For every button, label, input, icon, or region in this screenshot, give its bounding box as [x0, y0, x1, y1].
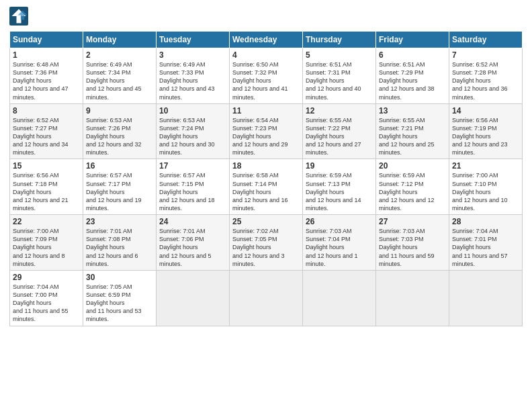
calendar-cell	[230, 270, 303, 326]
header	[9, 7, 523, 26]
calendar-cell: 9 Sunrise: 6:53 AMSunset: 7:26 PMDayligh…	[83, 103, 157, 159]
calendar-cell: 25 Sunrise: 7:02 AMSunset: 7:05 PMDaylig…	[230, 215, 303, 271]
calendar-cell: 29 Sunrise: 7:04 AMSunset: 7:00 PMDaylig…	[10, 270, 83, 326]
day-number: 10	[159, 106, 226, 116]
calendar-cell: 6 Sunrise: 6:51 AMSunset: 7:29 PMDayligh…	[376, 48, 449, 104]
calendar-cell	[303, 270, 376, 326]
weekday-header: Tuesday	[157, 32, 230, 48]
calendar-cell: 24 Sunrise: 7:01 AMSunset: 7:06 PMDaylig…	[157, 215, 230, 271]
calendar-cell: 26 Sunrise: 7:03 AMSunset: 7:04 PMDaylig…	[303, 215, 376, 271]
day-info: Sunrise: 6:55 AMSunset: 7:21 PMDaylight …	[379, 116, 446, 157]
day-number: 20	[379, 161, 446, 171]
calendar-header-row: SundayMondayTuesdayWednesdayThursdayFrid…	[10, 32, 523, 48]
day-number: 30	[86, 273, 153, 282]
calendar-page: SundayMondayTuesdayWednesdayThursdayFrid…	[0, 0, 532, 411]
day-info: Sunrise: 7:05 AMSunset: 6:59 PMDaylight …	[86, 283, 153, 324]
calendar-row: 22 Sunrise: 7:00 AMSunset: 7:09 PMDaylig…	[10, 215, 523, 271]
day-number: 19	[306, 161, 373, 171]
weekday-header: Friday	[376, 32, 449, 48]
calendar-cell: 4 Sunrise: 6:50 AMSunset: 7:32 PMDayligh…	[230, 48, 303, 104]
weekday-header: Wednesday	[230, 32, 303, 48]
calendar-cell: 3 Sunrise: 6:49 AMSunset: 7:33 PMDayligh…	[157, 48, 230, 104]
day-info: Sunrise: 7:03 AMSunset: 7:04 PMDaylight …	[306, 227, 373, 268]
calendar-cell: 20 Sunrise: 6:59 AMSunset: 7:12 PMDaylig…	[376, 159, 449, 215]
weekday-header: Monday	[83, 32, 157, 48]
calendar-cell	[157, 270, 230, 326]
calendar-cell: 16 Sunrise: 6:57 AMSunset: 7:17 PMDaylig…	[83, 159, 157, 215]
day-info: Sunrise: 6:57 AMSunset: 7:17 PMDaylight …	[86, 171, 153, 212]
calendar-cell: 5 Sunrise: 6:51 AMSunset: 7:31 PMDayligh…	[303, 48, 376, 104]
calendar-cell: 23 Sunrise: 7:01 AMSunset: 7:08 PMDaylig…	[83, 215, 157, 271]
day-info: Sunrise: 7:01 AMSunset: 7:08 PMDaylight …	[86, 227, 153, 268]
day-info: Sunrise: 6:52 AMSunset: 7:28 PMDaylight …	[452, 60, 519, 101]
day-info: Sunrise: 6:53 AMSunset: 7:24 PMDaylight …	[159, 116, 226, 157]
day-number: 18	[232, 161, 300, 171]
day-info: Sunrise: 6:59 AMSunset: 7:13 PMDaylight …	[306, 171, 373, 212]
day-number: 8	[13, 106, 80, 116]
calendar-cell	[376, 270, 449, 326]
day-number: 11	[232, 106, 300, 116]
day-number: 16	[86, 161, 153, 171]
day-info: Sunrise: 6:49 AMSunset: 7:34 PMDaylight …	[86, 60, 153, 101]
calendar-cell: 27 Sunrise: 7:03 AMSunset: 7:03 PMDaylig…	[376, 215, 449, 271]
day-info: Sunrise: 7:01 AMSunset: 7:06 PMDaylight …	[159, 227, 226, 268]
calendar-row: 8 Sunrise: 6:52 AMSunset: 7:27 PMDayligh…	[10, 103, 523, 159]
day-info: Sunrise: 7:04 AMSunset: 7:00 PMDaylight …	[13, 283, 80, 324]
calendar-row: 29 Sunrise: 7:04 AMSunset: 7:00 PMDaylig…	[10, 270, 523, 326]
day-info: Sunrise: 6:48 AMSunset: 7:36 PMDaylight …	[13, 60, 80, 101]
day-number: 27	[379, 217, 446, 226]
day-info: Sunrise: 7:04 AMSunset: 7:01 PMDaylight …	[452, 227, 519, 268]
day-number: 2	[86, 50, 153, 60]
day-info: Sunrise: 6:51 AMSunset: 7:31 PMDaylight …	[306, 60, 373, 101]
logo-icon	[9, 7, 28, 26]
calendar-cell: 8 Sunrise: 6:52 AMSunset: 7:27 PMDayligh…	[10, 103, 83, 159]
calendar-cell: 19 Sunrise: 6:59 AMSunset: 7:13 PMDaylig…	[303, 159, 376, 215]
calendar-cell: 7 Sunrise: 6:52 AMSunset: 7:28 PMDayligh…	[449, 48, 523, 104]
day-number: 25	[232, 217, 300, 226]
day-info: Sunrise: 6:52 AMSunset: 7:27 PMDaylight …	[13, 116, 80, 157]
day-info: Sunrise: 6:57 AMSunset: 7:15 PMDaylight …	[159, 171, 226, 212]
calendar-cell: 1 Sunrise: 6:48 AMSunset: 7:36 PMDayligh…	[10, 48, 83, 104]
day-info: Sunrise: 7:03 AMSunset: 7:03 PMDaylight …	[379, 227, 446, 268]
day-info: Sunrise: 6:55 AMSunset: 7:22 PMDaylight …	[306, 116, 373, 157]
day-info: Sunrise: 7:00 AMSunset: 7:10 PMDaylight …	[452, 171, 519, 212]
day-number: 24	[159, 217, 226, 226]
logo	[9, 7, 31, 26]
day-info: Sunrise: 7:02 AMSunset: 7:05 PMDaylight …	[232, 227, 300, 268]
calendar-cell	[449, 270, 523, 326]
day-number: 22	[13, 217, 80, 226]
day-info: Sunrise: 6:58 AMSunset: 7:14 PMDaylight …	[232, 171, 300, 212]
day-info: Sunrise: 7:00 AMSunset: 7:09 PMDaylight …	[13, 227, 80, 268]
day-number: 14	[452, 106, 519, 116]
day-number: 28	[452, 217, 519, 226]
calendar-cell: 30 Sunrise: 7:05 AMSunset: 6:59 PMDaylig…	[83, 270, 157, 326]
day-number: 9	[86, 106, 153, 116]
day-number: 13	[379, 106, 446, 116]
day-info: Sunrise: 6:50 AMSunset: 7:32 PMDaylight …	[232, 60, 300, 101]
day-number: 23	[86, 217, 153, 226]
day-number: 15	[13, 161, 80, 171]
calendar-cell: 21 Sunrise: 7:00 AMSunset: 7:10 PMDaylig…	[449, 159, 523, 215]
day-number: 7	[452, 50, 519, 60]
weekday-header: Sunday	[10, 32, 83, 48]
weekday-header: Saturday	[449, 32, 523, 48]
calendar-cell: 15 Sunrise: 6:56 AMSunset: 7:18 PMDaylig…	[10, 159, 83, 215]
calendar-cell: 2 Sunrise: 6:49 AMSunset: 7:34 PMDayligh…	[83, 48, 157, 104]
day-number: 5	[306, 50, 373, 60]
day-number: 26	[306, 217, 373, 226]
day-number: 6	[379, 50, 446, 60]
day-info: Sunrise: 6:51 AMSunset: 7:29 PMDaylight …	[379, 60, 446, 101]
calendar-cell: 13 Sunrise: 6:55 AMSunset: 7:21 PMDaylig…	[376, 103, 449, 159]
day-number: 1	[13, 50, 80, 60]
day-info: Sunrise: 6:54 AMSunset: 7:23 PMDaylight …	[232, 116, 300, 157]
day-number: 3	[159, 50, 226, 60]
calendar-cell: 17 Sunrise: 6:57 AMSunset: 7:15 PMDaylig…	[157, 159, 230, 215]
calendar-cell: 12 Sunrise: 6:55 AMSunset: 7:22 PMDaylig…	[303, 103, 376, 159]
day-number: 29	[13, 273, 80, 282]
day-number: 21	[452, 161, 519, 171]
day-number: 12	[306, 106, 373, 116]
calendar-body: 1 Sunrise: 6:48 AMSunset: 7:36 PMDayligh…	[10, 48, 523, 326]
day-info: Sunrise: 6:56 AMSunset: 7:18 PMDaylight …	[13, 171, 80, 212]
calendar-cell: 14 Sunrise: 6:56 AMSunset: 7:19 PMDaylig…	[449, 103, 523, 159]
day-info: Sunrise: 6:56 AMSunset: 7:19 PMDaylight …	[452, 116, 519, 157]
